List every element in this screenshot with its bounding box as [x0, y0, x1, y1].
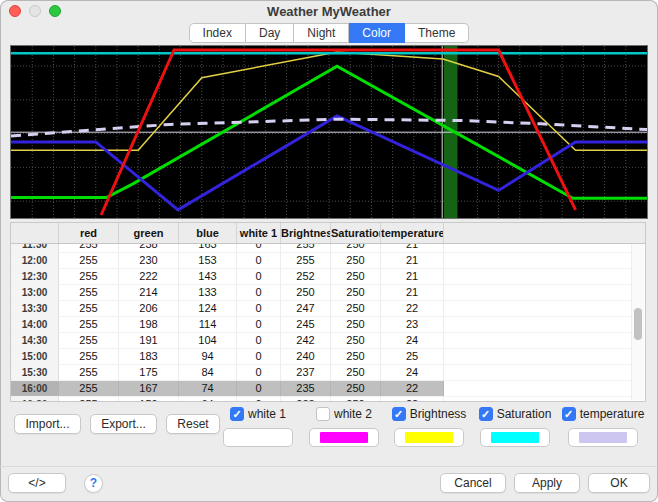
cell-value: 25: [381, 349, 444, 364]
table-row[interactable]: 16:3025515964023325022: [11, 397, 645, 402]
cell-value: 255: [59, 365, 119, 380]
table-row[interactable]: 15:3025517584023725024: [11, 365, 645, 381]
cell-value: 21: [381, 253, 444, 268]
column-header-white-1[interactable]: white 1: [237, 223, 281, 243]
color-curves-chart[interactable]: [10, 45, 648, 219]
tab-theme[interactable]: Theme: [405, 23, 469, 43]
color-well-brightness[interactable]: [394, 428, 464, 447]
tab-index[interactable]: Index: [189, 23, 246, 43]
cell-value: 22: [381, 381, 444, 396]
row-time-label: 14:30: [11, 333, 59, 348]
cell-value: 0: [237, 317, 281, 332]
cell-value: 0: [237, 301, 281, 316]
cell-value: 198: [119, 317, 179, 332]
cell-value: 0: [237, 397, 281, 402]
channel-checkbox-white-1[interactable]: ✓white 1: [222, 406, 294, 421]
column-header-saturation[interactable]: Saturation: [331, 223, 381, 243]
chart-canvas[interactable]: [11, 46, 647, 218]
export-button[interactable]: Export...: [90, 414, 157, 434]
table-row[interactable]: 11:30255238163025525021: [11, 244, 645, 253]
tab-night[interactable]: Night: [294, 23, 349, 43]
channel-checkbox-white-2[interactable]: white 2: [308, 406, 380, 421]
table-row[interactable]: 12:00255230153025525021: [11, 253, 645, 269]
cell-value: 247: [281, 301, 331, 316]
column-header-time[interactable]: [11, 223, 59, 243]
cell-value: 74: [179, 381, 237, 396]
import-button[interactable]: Import...: [14, 414, 81, 434]
cell-value: 0: [237, 365, 281, 380]
table-row[interactable]: 14:30255191104024225024: [11, 333, 645, 349]
reset-button[interactable]: Reset: [166, 414, 220, 434]
color-well-saturation[interactable]: [480, 428, 550, 447]
channel-checkbox-brightness[interactable]: ✓Brightness: [393, 406, 465, 421]
value-table[interactable]: redgreenbluewhite 1BrightnessSaturationt…: [10, 222, 646, 402]
cell-value: 235: [281, 381, 331, 396]
cell-value: 159: [119, 397, 179, 402]
color-well-white-2[interactable]: [309, 428, 379, 447]
channel-label-white-2: white 2: [334, 407, 372, 421]
color-well-white-1[interactable]: [223, 428, 293, 447]
cell-value: 250: [331, 244, 381, 252]
tab-day[interactable]: Day: [246, 23, 294, 43]
cell-value: 0: [237, 349, 281, 364]
title-bar: Weather MyWeather: [0, 0, 658, 22]
cell-value: 0: [237, 333, 281, 348]
help-button[interactable]: ?: [84, 474, 103, 493]
table-row[interactable]: 13:00255214133025025021: [11, 285, 645, 301]
color-well-temperature[interactable]: [568, 428, 638, 447]
close-button[interactable]: [9, 5, 21, 17]
channel-checkbox-temperature[interactable]: ✓temperature: [567, 406, 639, 421]
row-time-label: 12:00: [11, 253, 59, 268]
scrollbar-thumb[interactable]: [634, 308, 642, 340]
cell-value: 21: [381, 269, 444, 284]
code-button[interactable]: </>: [8, 473, 66, 493]
cell-value: 255: [59, 397, 119, 402]
apply-button[interactable]: Apply: [514, 473, 580, 493]
cell-value: 167: [119, 381, 179, 396]
minimize-button[interactable]: [29, 5, 41, 17]
window-title: Weather MyWeather: [267, 4, 391, 19]
channel-checkbox-saturation[interactable]: ✓Saturation: [479, 406, 551, 421]
cell-value: 237: [281, 365, 331, 380]
table-scrollbar[interactable]: [631, 244, 644, 400]
cell-value: 250: [331, 285, 381, 300]
row-time-label: 16:30: [11, 397, 59, 402]
cell-value: 0: [237, 381, 281, 396]
cell-value: 153: [179, 253, 237, 268]
column-header-red[interactable]: red: [59, 223, 119, 243]
column-header-brightness[interactable]: Brightness: [281, 223, 331, 243]
cell-value: 163: [179, 244, 237, 252]
color-swatch-white-2: [320, 432, 368, 443]
column-header-temperature[interactable]: temperature: [381, 223, 444, 243]
cell-value: 0: [237, 269, 281, 284]
table-row[interactable]: 16:0025516774023525022: [11, 381, 645, 397]
cell-value: 250: [331, 397, 381, 402]
cell-value: 230: [119, 253, 179, 268]
row-time-label: 15:30: [11, 365, 59, 380]
table-row[interactable]: 13:30255206124024725022: [11, 301, 645, 317]
column-header-green[interactable]: green: [119, 223, 179, 243]
ok-button[interactable]: OK: [588, 473, 650, 493]
cell-value: 24: [381, 365, 444, 380]
cell-value: 233: [281, 397, 331, 402]
cell-value: 242: [281, 333, 331, 348]
checkbox-icon: ✓: [392, 407, 406, 421]
row-time-label: 13:00: [11, 285, 59, 300]
cell-value: 133: [179, 285, 237, 300]
table-row[interactable]: 15:0025518394024025025: [11, 349, 645, 365]
cell-value: 255: [59, 269, 119, 284]
row-time-label: 14:00: [11, 317, 59, 332]
cell-value: 183: [119, 349, 179, 364]
cell-value: 250: [331, 349, 381, 364]
cell-value: 21: [381, 244, 444, 252]
channel-label-temperature: temperature: [580, 407, 645, 421]
table-row[interactable]: 12:30255222143025225021: [11, 269, 645, 285]
channel-label-brightness: Brightness: [410, 407, 467, 421]
cell-value: 21: [381, 285, 444, 300]
tab-color[interactable]: Color: [349, 23, 405, 43]
column-header-blue[interactable]: blue: [179, 223, 237, 243]
table-row[interactable]: 14:00255198114024525023: [11, 317, 645, 333]
cancel-button[interactable]: Cancel: [440, 473, 506, 493]
zoom-button[interactable]: [49, 5, 61, 17]
cell-value: 250: [331, 333, 381, 348]
